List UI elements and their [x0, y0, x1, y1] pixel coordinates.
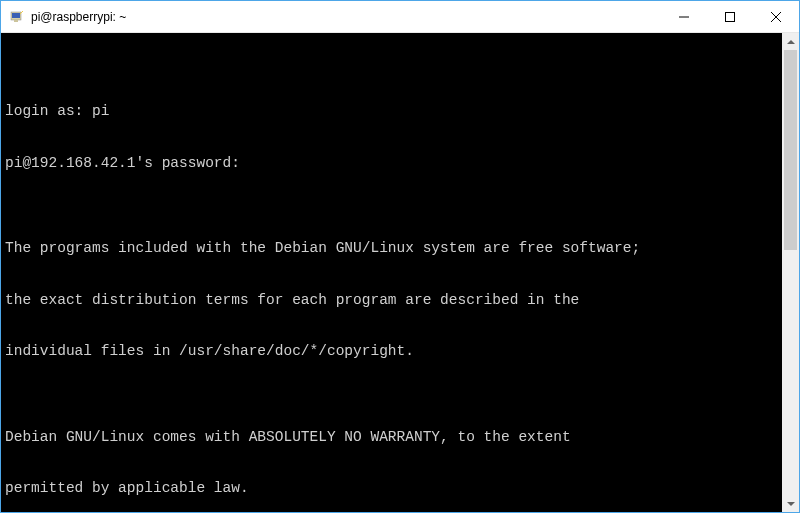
terminal-line: pi@192.168.42.1's password:	[5, 155, 775, 172]
svg-marker-9	[787, 502, 795, 506]
terminal-line: The programs included with the Debian GN…	[5, 240, 775, 257]
svg-marker-8	[787, 40, 795, 44]
close-button[interactable]	[753, 1, 799, 32]
svg-rect-5	[726, 12, 735, 21]
terminal-line: login as: pi	[5, 103, 775, 120]
window-title: pi@raspberrypi: ~	[31, 10, 661, 24]
terminal-line: permitted by applicable law.	[5, 480, 775, 497]
scroll-track[interactable]	[782, 50, 799, 495]
minimize-button[interactable]	[661, 1, 707, 32]
window-controls	[661, 1, 799, 32]
scroll-thumb[interactable]	[784, 50, 797, 250]
terminal[interactable]: login as: pi pi@192.168.42.1's password:…	[1, 33, 799, 512]
putty-icon	[9, 9, 25, 25]
svg-rect-2	[14, 20, 18, 22]
svg-rect-1	[12, 13, 20, 18]
window: pi@raspberrypi: ~ login as: pi pi@192.16…	[0, 0, 800, 513]
titlebar[interactable]: pi@raspberrypi: ~	[1, 1, 799, 33]
scroll-down-button[interactable]	[782, 495, 799, 512]
terminal-line: the exact distribution terms for each pr…	[5, 292, 775, 309]
terminal-line: individual files in /usr/share/doc/*/cop…	[5, 343, 775, 360]
scrollbar[interactable]	[782, 33, 799, 512]
scroll-up-button[interactable]	[782, 33, 799, 50]
terminal-content: login as: pi pi@192.168.42.1's password:…	[5, 69, 795, 512]
terminal-line: Debian GNU/Linux comes with ABSOLUTELY N…	[5, 429, 775, 446]
maximize-button[interactable]	[707, 1, 753, 32]
